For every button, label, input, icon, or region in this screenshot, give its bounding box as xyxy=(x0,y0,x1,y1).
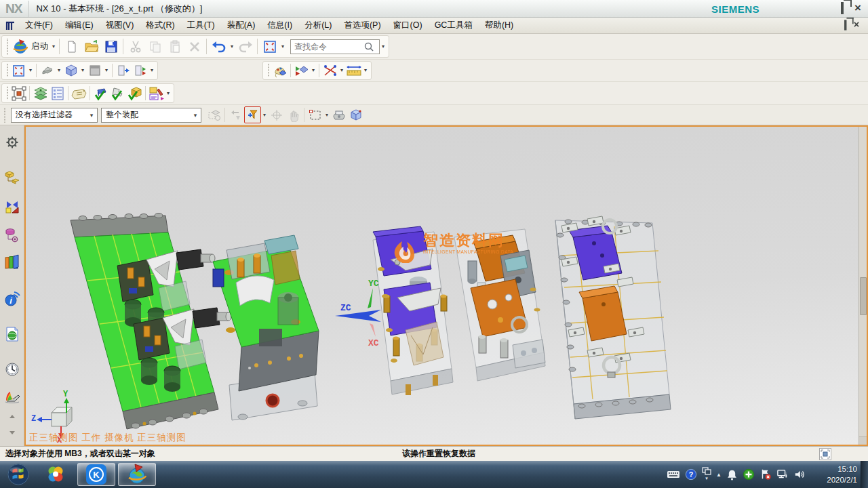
start-button[interactable]: 启动 xyxy=(31,41,48,52)
show-desktop-button[interactable] xyxy=(861,461,868,488)
reuse-library-icon[interactable] xyxy=(3,253,21,271)
rectangle-select-caret-icon[interactable]: ▾ xyxy=(323,112,330,119)
toolbar-grip[interactable] xyxy=(5,86,9,101)
child-restore-icon[interactable] xyxy=(844,21,846,29)
fixture-1-green-plate[interactable] xyxy=(71,214,231,430)
history-clock-icon[interactable] xyxy=(3,361,21,378)
shaded-display-caret-icon[interactable]: ▾ xyxy=(103,67,110,74)
note-tag-icon[interactable] xyxy=(71,85,87,102)
work-section-cube-icon[interactable] xyxy=(347,106,364,123)
visualization-icon[interactable] xyxy=(271,62,288,79)
touch-mode-icon[interactable] xyxy=(260,37,279,56)
notification-bell-icon[interactable] xyxy=(726,469,738,481)
clip-region-icon[interactable] xyxy=(819,448,831,460)
restore-icon[interactable] xyxy=(841,3,844,13)
menu-tools[interactable]: 工具(T) xyxy=(181,18,221,33)
open-folder-icon[interactable] xyxy=(81,37,101,56)
layer-settings-icon[interactable] xyxy=(32,85,49,102)
menu-window[interactable]: 窗口(O) xyxy=(387,18,429,33)
rectangle-select-icon[interactable] xyxy=(307,106,323,123)
menu-analysis[interactable]: 分析(L) xyxy=(298,18,338,33)
annotation-edit-icon[interactable] xyxy=(148,85,165,102)
taskbar-clock[interactable]: 15:10 2020/2/1 xyxy=(827,464,857,485)
constraints-icon[interactable] xyxy=(321,62,338,79)
undo-icon[interactable] xyxy=(209,37,229,56)
fit-view-caret-icon[interactable]: ▾ xyxy=(27,67,34,74)
animation-caret-icon[interactable]: ▾ xyxy=(310,67,317,74)
close-icon[interactable]: × xyxy=(854,3,861,14)
check-analysis-icon[interactable] xyxy=(109,85,126,102)
vertical-scrollbar[interactable] xyxy=(859,127,867,445)
toolbar-grip[interactable] xyxy=(5,64,9,78)
check-clearance-icon[interactable] xyxy=(92,85,109,102)
volume-icon[interactable] xyxy=(793,469,806,480)
toolbar-grip[interactable] xyxy=(5,38,9,55)
tray-expand-icon[interactable]: ▲ xyxy=(716,472,722,478)
measure-caret-icon[interactable]: ▾ xyxy=(362,67,369,74)
measure-icon[interactable] xyxy=(345,62,362,79)
roles-gear-icon[interactable] xyxy=(3,134,21,151)
graphics-window[interactable]: 智造资料网 INTELLIGENT MANUFACTURING DATA ZC … xyxy=(24,125,868,446)
action-center-flag-icon[interactable] xyxy=(760,468,772,481)
show-hide-icon[interactable] xyxy=(115,62,132,79)
fixture-2-block-station[interactable] xyxy=(213,235,319,420)
menu-information[interactable]: 信息(I) xyxy=(261,18,298,33)
ime-keyboard-icon[interactable] xyxy=(667,469,680,480)
child-close-icon[interactable]: × xyxy=(854,20,859,30)
fixture-3-purple-station[interactable] xyxy=(373,226,453,395)
network-icon[interactable] xyxy=(776,469,789,480)
internet-browser-icon[interactable]: i xyxy=(3,290,21,308)
search-caret-icon[interactable]: ▾ xyxy=(380,43,387,50)
menu-preferences[interactable]: 首选项(P) xyxy=(338,18,387,33)
annotation-caret-icon[interactable]: ▾ xyxy=(165,90,172,97)
check-model-icon[interactable] xyxy=(126,85,143,102)
save-icon[interactable] xyxy=(101,37,121,56)
toolbar-grip[interactable] xyxy=(3,107,6,123)
command-search-box[interactable] xyxy=(290,39,380,54)
constraints-caret-icon[interactable]: ▾ xyxy=(338,67,345,74)
touch-mode-caret-icon[interactable]: ▾ xyxy=(279,43,286,50)
assembly-navigator-icon[interactable] xyxy=(3,169,21,186)
toolbar-grip[interactable] xyxy=(267,64,270,78)
process-studio-icon[interactable] xyxy=(3,388,21,406)
scroll-up-icon[interactable] xyxy=(3,413,21,420)
detail-list-icon[interactable] xyxy=(49,85,66,102)
start-orb-button[interactable] xyxy=(3,463,34,486)
menu-edit[interactable]: 编辑(E) xyxy=(59,18,100,33)
command-search-input[interactable] xyxy=(294,42,363,52)
menu-file[interactable]: 文件(F) xyxy=(19,18,59,33)
start-globe-icon[interactable] xyxy=(10,37,30,56)
show-hide-caret-icon[interactable]: ▾ xyxy=(149,67,155,74)
web-page-icon[interactable] xyxy=(3,325,21,343)
highlight-filter-icon[interactable] xyxy=(244,106,261,123)
immersive-show-hide-icon[interactable] xyxy=(132,62,149,79)
menu-assembly[interactable]: 装配(A) xyxy=(221,18,262,33)
selection-filter-dropdown[interactable]: 没有选择过滤器 ▾ xyxy=(11,108,98,123)
highlight-filter-caret-icon[interactable]: ▾ xyxy=(261,112,268,119)
isometric-view-icon[interactable] xyxy=(62,62,79,79)
app-k-button[interactable]: K xyxy=(77,463,115,486)
start-caret-icon[interactable]: ▾ xyxy=(50,43,57,50)
fixture-4-orange-station[interactable] xyxy=(454,229,545,381)
undo-caret-icon[interactable]: ▾ xyxy=(229,43,235,50)
scroll-down-icon[interactable] xyxy=(3,429,21,436)
security-shield-icon[interactable] xyxy=(743,468,755,481)
move-component-icon[interactable] xyxy=(10,85,27,102)
menu-gc-toolbox[interactable]: GC工具箱 xyxy=(429,18,479,33)
app-nx-button[interactable] xyxy=(118,463,156,486)
vertical-scrollbar-thumb[interactable] xyxy=(860,277,867,315)
new-file-icon[interactable] xyxy=(62,37,81,56)
isometric-view-caret-icon[interactable]: ▾ xyxy=(79,67,86,74)
fit-view-icon[interactable] xyxy=(10,62,27,79)
help-icon[interactable]: ? xyxy=(685,468,697,481)
app-browser-icon[interactable] xyxy=(37,463,75,486)
constraint-navigator-icon[interactable] xyxy=(3,198,21,216)
language-bar-icon[interactable]: ▾ xyxy=(702,467,711,482)
animation-icon[interactable] xyxy=(293,62,310,79)
selection-scope-dropdown[interactable]: 整个装配 ▾ xyxy=(101,108,201,123)
part-navigator-icon[interactable] xyxy=(3,226,21,244)
language-caret-icon[interactable]: ▾ xyxy=(703,475,710,482)
fixture-5-clamp-plate[interactable] xyxy=(555,216,671,419)
orient-view-icon[interactable] xyxy=(39,62,56,79)
snap-point-icon[interactable] xyxy=(330,106,347,123)
